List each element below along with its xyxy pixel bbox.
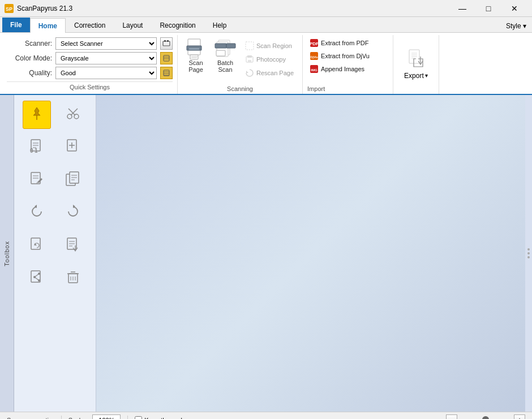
tab-layout[interactable]: Layout (114, 18, 151, 32)
extract-djvu-icon: DjVu (310, 51, 319, 61)
save-doc-tool-button[interactable] (59, 232, 87, 260)
svg-rect-20 (215, 44, 226, 48)
batch-scan-button[interactable]: BatchScan (212, 37, 239, 76)
scan-page-button[interactable]: ScanPage (182, 37, 209, 76)
scissors-icon (65, 105, 81, 124)
svg-rect-23 (246, 42, 254, 50)
trash-icon (65, 269, 81, 288)
tab-help[interactable]: Help (204, 18, 235, 32)
tab-correction[interactable]: Correction (66, 18, 114, 32)
export-button[interactable]: Export ▾ (398, 46, 434, 83)
rotate-left-icon (29, 204, 45, 223)
export-group: Export ▾ (393, 35, 439, 94)
svg-rect-22 (216, 50, 225, 56)
svg-rect-26 (248, 60, 251, 62)
status-separator-1 (61, 416, 62, 420)
app-icon: SP (5, 4, 14, 13)
color-mode-btn1[interactable] (160, 52, 173, 64)
close-button[interactable]: ✕ (501, 0, 527, 17)
scanning-label: Scanning (227, 84, 253, 94)
scan-region-icon (245, 41, 254, 50)
quality-row: Quality: Good Better Best (7, 67, 173, 79)
style-button[interactable]: Style ▾ (500, 20, 532, 32)
right-scrollbar[interactable] (525, 95, 532, 412)
scan-page-label: ScanPage (188, 59, 203, 73)
svg-text:PDF: PDF (310, 41, 319, 46)
svg-point-72 (33, 276, 36, 278)
batch-scan-icon (216, 40, 234, 58)
edit-icon (29, 171, 45, 190)
svg-marker-27 (246, 71, 248, 73)
color-mode-label: Color Mode: (7, 54, 52, 62)
ribbon: Scanner: Select Scanner Color Mode: Gray… (0, 33, 532, 95)
rotate-left-tool-button[interactable] (23, 199, 51, 227)
svg-text:0: 0 (30, 148, 33, 154)
scissors-tool-button[interactable] (59, 101, 87, 129)
new-doc-tool-button[interactable]: 0 1 (23, 133, 51, 162)
maximize-button[interactable]: □ (475, 0, 501, 17)
quality-select[interactable]: Good Better Best (55, 67, 157, 79)
keep-scale-checkbox-label: Keep the scale (135, 416, 186, 419)
quality-btn[interactable] (160, 67, 173, 79)
svg-point-74 (38, 279, 40, 282)
add-page-tool-button[interactable] (59, 133, 87, 162)
toolbox-sidebar[interactable]: Toolbox (0, 95, 14, 412)
zoom-in-button[interactable]: + (514, 414, 525, 420)
pin-icon (29, 105, 45, 124)
status-bar: Scan area: entire Scale: Keep the scale … (0, 412, 532, 419)
toolbox-label: Toolbox (3, 241, 10, 266)
minimize-button[interactable]: — (449, 0, 475, 17)
canvas-area (96, 95, 525, 412)
quality-label: Quality: (7, 69, 52, 77)
quick-settings-label: Quick Settings (7, 81, 173, 92)
append-images-button[interactable]: IMG Append Images (307, 63, 367, 75)
tool-row-5 (14, 231, 96, 261)
tab-file[interactable]: File (2, 18, 30, 32)
tool-panel: 0 1 (14, 95, 96, 412)
extract-djvu-label: Extract from DjVu (321, 53, 370, 59)
pin-tool-button[interactable] (23, 101, 51, 129)
extract-pdf-button[interactable]: PDF Extract from PDF (307, 37, 371, 49)
refresh-doc-tool-button[interactable] (23, 232, 51, 260)
scale-input[interactable] (92, 414, 121, 420)
svg-point-73 (38, 273, 40, 275)
export-icon (407, 49, 425, 72)
svg-rect-4 (167, 40, 169, 42)
ribbon-tabs: File Home Correction Layout Recognition … (0, 17, 532, 33)
import-group: PDF Extract from PDF DjVu Extract from D… (303, 35, 393, 94)
scanner-settings-btn[interactable] (160, 37, 173, 50)
scroll-dot (527, 256, 530, 258)
tab-recognition[interactable]: Recognition (151, 18, 204, 32)
scanning-group: ScanPage BatchScan (178, 35, 303, 94)
scan-region-button[interactable]: Scan Region (241, 40, 298, 52)
rescan-page-button[interactable]: Rescan Page (241, 67, 298, 79)
tool-row-1 (14, 100, 96, 130)
zoom-slider-thumb[interactable] (482, 416, 489, 420)
tool-row-2: 0 1 (14, 132, 96, 163)
keep-scale-checkbox[interactable] (135, 416, 142, 419)
scanner-select[interactable]: Select Scanner (55, 37, 157, 50)
extract-pdf-label: Extract from PDF (321, 40, 368, 46)
rotate-right-tool-button[interactable] (59, 199, 87, 227)
edit-tool-button[interactable] (23, 166, 51, 195)
tool-row-3 (14, 165, 96, 196)
tab-home[interactable]: Home (30, 18, 66, 33)
quick-settings-group: Scanner: Select Scanner Color Mode: Gray… (2, 35, 178, 94)
scan-page-icon (187, 40, 205, 58)
svg-rect-14 (189, 48, 199, 50)
zoom-out-button[interactable]: − (446, 414, 457, 420)
rescan-page-icon (245, 68, 254, 77)
export-group-content: Export ▾ (398, 35, 434, 90)
photocopy-button[interactable]: Photocopy (241, 53, 298, 66)
keep-scale-label: Keep the scale (144, 417, 186, 420)
scanner-row: Scanner: Select Scanner (7, 37, 173, 50)
extract-djvu-button[interactable]: DjVu Extract from DjVu (307, 50, 372, 62)
scanning-group-content: ScanPage BatchScan (182, 35, 298, 84)
svg-rect-5 (164, 55, 169, 61)
color-mode-select[interactable]: Grayscale Color Black & White (55, 52, 157, 64)
delete-tool-button[interactable] (59, 265, 87, 293)
import-group-content: PDF Extract from PDF DjVu Extract from D… (307, 35, 372, 84)
title-bar-controls: — □ ✕ (449, 0, 527, 17)
share-tool-button[interactable] (23, 265, 51, 293)
copy-tool-button[interactable] (59, 166, 87, 195)
